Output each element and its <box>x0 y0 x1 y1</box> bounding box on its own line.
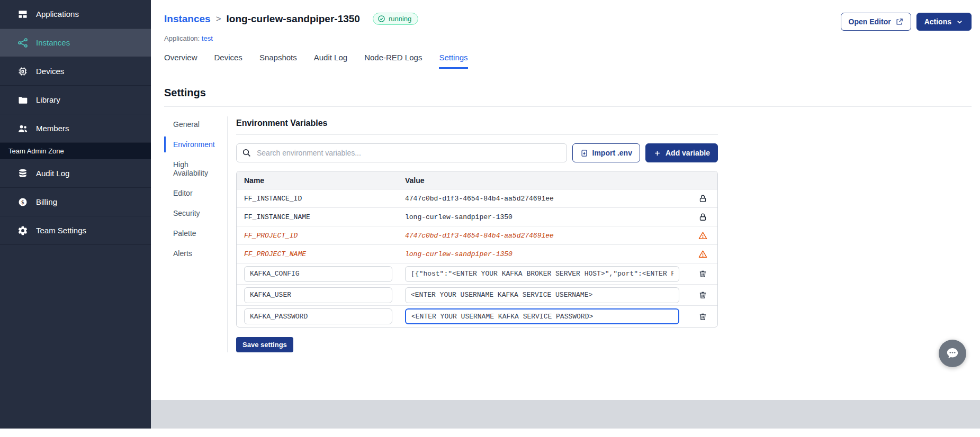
env-var-name-input[interactable] <box>244 308 392 324</box>
tab-node-red-logs[interactable]: Node-RED Logs <box>364 53 422 69</box>
sidebar-item-library[interactable]: Library <box>0 86 151 114</box>
main-content: Instances > long-curlew-sandpiper-1350 r… <box>151 0 980 437</box>
environment-panel: Environment Variables Import .env A <box>236 116 718 352</box>
running-status-icon <box>377 15 385 23</box>
warning-icon <box>698 231 707 240</box>
table-row <box>237 306 717 327</box>
delete-icon <box>698 290 707 299</box>
table-row: FF_PROJECT_NAME long-curlew-sandpiper-13… <box>237 245 717 263</box>
sidebar-item-instances[interactable]: Instances <box>0 29 151 57</box>
chat-widget-button[interactable] <box>939 340 966 367</box>
sidebar-item-audit-log[interactable]: Audit Log <box>0 159 151 188</box>
tab-snapshots[interactable]: Snapshots <box>259 53 297 69</box>
settings-nav-alerts[interactable]: Alerts <box>164 245 220 261</box>
open-editor-label: Open Editor <box>849 17 891 26</box>
import-env-button[interactable]: Import .env <box>572 143 640 162</box>
table-row <box>237 263 717 285</box>
settings-nav-security[interactable]: Security <box>164 205 220 221</box>
members-icon <box>17 123 28 134</box>
env-var-value: long-curlew-sandpiper-1350 <box>401 250 688 258</box>
sidebar-item-label: Members <box>36 124 69 133</box>
app-window: Applications Instances Devices Library M… <box>0 0 980 437</box>
page-header: Instances > long-curlew-sandpiper-1350 r… <box>151 0 980 69</box>
tab-overview[interactable]: Overview <box>164 53 197 69</box>
delete-variable-button[interactable] <box>698 312 707 321</box>
column-header-name: Name <box>237 176 401 185</box>
settings-nav-palette[interactable]: Palette <box>164 225 220 241</box>
sidebar-item-members[interactable]: Members <box>0 114 151 143</box>
tab-devices[interactable]: Devices <box>214 53 242 69</box>
settings-nav-environment[interactable]: Environment <box>164 136 220 152</box>
table-row: FF_INSTANCE_NAME long-curlew-sandpiper-1… <box>237 208 717 226</box>
env-var-value-input[interactable] <box>405 308 679 324</box>
library-icon <box>17 95 28 105</box>
application-link[interactable]: test <box>202 34 213 42</box>
application-label: Application: <box>164 34 200 42</box>
billing-icon: $ <box>17 197 28 207</box>
breadcrumb: Instances > long-curlew-sandpiper-1350 r… <box>164 13 418 25</box>
team-admin-zone-label: Team Admin Zone <box>0 143 151 159</box>
application-line: Application: test <box>164 34 972 42</box>
footer-band <box>151 400 980 429</box>
sidebar-item-applications[interactable]: Applications <box>0 0 151 29</box>
env-var-name: FF_INSTANCE_NAME <box>237 213 401 221</box>
sidebar-item-label: Billing <box>36 197 57 206</box>
add-variable-icon <box>653 149 661 157</box>
divider <box>164 106 972 107</box>
actions-label: Actions <box>924 17 951 26</box>
lock-icon <box>698 194 707 203</box>
tab-bar: Overview Devices Snapshots Audit Log Nod… <box>164 53 972 69</box>
column-header-value: Value <box>401 176 688 185</box>
sidebar-item-billing[interactable]: $ Billing <box>0 188 151 216</box>
delete-variable-button[interactable] <box>698 269 707 278</box>
sidebar-item-label: Team Settings <box>36 226 86 235</box>
delete-icon <box>698 312 707 321</box>
env-var-value-input[interactable] <box>405 287 679 303</box>
actions-chevron-icon <box>956 18 964 26</box>
env-var-name-input[interactable] <box>244 287 392 303</box>
breadcrumb-separator: > <box>216 14 221 24</box>
env-var-name-input[interactable] <box>244 266 392 282</box>
env-var-name: FF_PROJECT_NAME <box>237 250 401 258</box>
import-env-label: Import .env <box>592 149 632 157</box>
warning-icon <box>698 250 707 259</box>
search-input[interactable] <box>236 143 567 162</box>
env-var-value: long-curlew-sandpiper-1350 <box>401 213 688 221</box>
team-settings-icon <box>17 225 28 236</box>
search-icon <box>242 148 251 158</box>
instances-icon <box>17 38 28 48</box>
section-title: Environment Variables <box>236 116 718 135</box>
table-row: FF_INSTANCE_ID 4747c0bd-d1f3-4654-84b4-a… <box>237 189 717 208</box>
actions-button[interactable]: Actions <box>916 13 972 31</box>
env-var-name: FF_INSTANCE_ID <box>237 195 401 203</box>
open-editor-icon <box>895 18 903 26</box>
lock-icon <box>698 213 707 222</box>
settings-nav: General Environment High Availability Ed… <box>164 116 228 352</box>
open-editor-button[interactable]: Open Editor <box>841 13 911 31</box>
delete-variable-button[interactable] <box>698 290 707 299</box>
tab-audit-log[interactable]: Audit Log <box>314 53 347 69</box>
sidebar-item-team-settings[interactable]: Team Settings <box>0 216 151 245</box>
svg-text:$: $ <box>21 199 24 205</box>
settings-nav-high-availability[interactable]: High Availability <box>164 157 220 181</box>
breadcrumb-instances-link[interactable]: Instances <box>164 13 211 25</box>
env-var-value-input[interactable] <box>405 266 679 282</box>
status-badge: running <box>373 13 418 25</box>
env-variables-table: Name Value FF_INSTANCE_ID 4747c0bd-d1f3-… <box>236 171 718 327</box>
sidebar-item-label: Library <box>36 95 60 104</box>
env-var-name: FF_PROJECT_ID <box>237 232 401 240</box>
save-settings-button[interactable]: Save settings <box>236 337 293 352</box>
sidebar: Applications Instances Devices Library M… <box>0 0 151 429</box>
settings-nav-general[interactable]: General <box>164 116 220 132</box>
settings-nav-editor[interactable]: Editor <box>164 185 220 201</box>
add-variable-label: Add variable <box>666 149 710 157</box>
instance-name: long-curlew-sandpiper-1350 <box>227 13 360 25</box>
settings-section: Settings General Environment High Availa… <box>151 87 980 352</box>
tab-settings[interactable]: Settings <box>439 53 467 69</box>
delete-icon <box>698 269 707 278</box>
sidebar-item-devices[interactable]: Devices <box>0 57 151 86</box>
add-variable-button[interactable]: Add variable <box>645 143 718 162</box>
env-var-value: 4747c0bd-d1f3-4654-84b4-aa5d274691ee <box>401 195 688 203</box>
env-toolbar: Import .env Add variable <box>236 143 718 162</box>
chat-icon <box>945 346 960 361</box>
